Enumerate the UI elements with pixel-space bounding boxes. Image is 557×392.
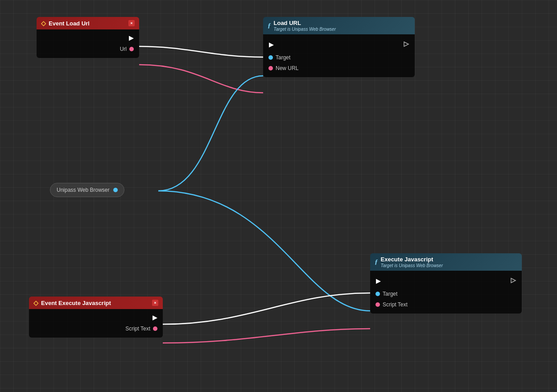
wire-unipass-target-execjs	[158, 191, 370, 311]
exec-in-pin-row	[268, 40, 274, 50]
new-url-pin-row: New URL	[263, 63, 415, 74]
unipass-output-pin	[113, 188, 118, 192]
exec-js-func-icon: ƒ	[375, 258, 378, 266]
load-url-title: Load URL	[274, 20, 336, 26]
exec-out-icon-right	[403, 41, 409, 47]
execute-javascript-subtitle: Target is Unipass Web Browser	[381, 263, 443, 268]
wire-script-text	[163, 329, 370, 343]
event-load-url-close[interactable]: ×	[128, 20, 135, 26]
load-url-body: Target New URL	[263, 34, 415, 77]
exec-in-execjs-pin-row	[375, 276, 381, 287]
load-url-node[interactable]: ƒ Load URL Target is Unipass Web Browser…	[263, 17, 415, 77]
svg-marker-1	[269, 43, 273, 47]
event-execute-javascript-node[interactable]: ◇ Event Execute Javascript × Script Text	[29, 297, 163, 338]
event-icon: ◇	[41, 20, 46, 27]
exec-out-pin-row	[37, 33, 139, 44]
execute-javascript-header: ƒ Execute Javascript Target is Unipass W…	[370, 253, 522, 271]
event-load-url-title: Event Load Url	[49, 20, 90, 27]
wire-exec-execute-javascript	[163, 293, 370, 324]
execute-javascript-node[interactable]: ƒ Execute Javascript Target is Unipass W…	[370, 253, 522, 314]
new-url-pin-label: New URL	[276, 65, 298, 71]
target-pin-circle	[268, 55, 273, 60]
exec-out-pin-right	[403, 41, 409, 49]
wire-url-new-url	[139, 65, 263, 93]
svg-marker-2	[404, 42, 408, 46]
event-load-url-body: Url	[37, 29, 139, 58]
target-execjs-pin-circle	[375, 292, 380, 296]
execute-javascript-title: Execute Javascript	[381, 256, 443, 263]
exec-out-execjs-pin-row	[29, 313, 163, 323]
load-url-header: ƒ Load URL Target is Unipass Web Browser	[263, 17, 415, 34]
load-url-subtitle: Target is Unipass Web Browser	[274, 27, 336, 32]
script-text-in-pin-label: Script Text	[383, 301, 408, 308]
exec-out-execjs-icon	[152, 315, 157, 321]
wire-unipass-target-loadurl	[158, 76, 263, 191]
event-execute-javascript-header: ◇ Event Execute Javascript ×	[29, 297, 163, 309]
new-url-pin-circle	[268, 66, 273, 70]
script-text-pin-label: Script Text	[125, 326, 150, 332]
event-execute-javascript-close[interactable]: ×	[152, 300, 158, 306]
event-exec-js-icon: ◇	[33, 299, 38, 306]
wire-exec-load-url	[139, 46, 263, 57]
target-execjs-pin-row: Target	[370, 289, 522, 299]
execute-javascript-title-block: Execute Javascript Target is Unipass Web…	[381, 256, 443, 268]
script-text-in-pin-row: Script Text	[370, 299, 522, 310]
svg-marker-0	[129, 37, 133, 40]
unipass-web-browser-label: Unipass Web Browser	[57, 187, 110, 193]
exec-out-execjs-icon-right	[510, 277, 516, 284]
svg-marker-4	[376, 280, 380, 283]
exec-out-icon	[128, 36, 134, 41]
exec-out-execjs-right	[510, 277, 516, 285]
target-pin-label: Target	[276, 54, 290, 61]
load-url-title-block: Load URL Target is Unipass Web Browser	[274, 20, 336, 32]
event-load-url-node[interactable]: ◇ Event Load Url × Url	[37, 17, 139, 58]
event-load-url-header: ◇ Event Load Url ×	[37, 17, 139, 29]
script-text-in-pin-circle	[375, 302, 380, 307]
svg-marker-5	[511, 278, 516, 283]
script-text-pin-circle	[153, 326, 157, 331]
target-execjs-pin-label: Target	[383, 291, 397, 297]
execute-javascript-body: Target Script Text	[370, 271, 522, 314]
target-pin-row: Target	[263, 52, 415, 63]
url-pin-row: Url	[37, 44, 139, 54]
script-text-pin-row: Script Text	[29, 323, 163, 334]
exec-in-icon	[268, 42, 274, 48]
func-icon: ƒ	[268, 22, 271, 29]
url-pin-circle	[129, 47, 134, 51]
event-execute-javascript-body: Script Text	[29, 309, 163, 338]
unipass-web-browser-node[interactable]: Unipass Web Browser	[50, 183, 124, 197]
event-execute-javascript-title: Event Execute Javascript	[41, 300, 111, 306]
svg-marker-3	[153, 316, 157, 320]
url-pin-label: Url	[120, 46, 127, 52]
exec-in-execjs-icon	[375, 279, 381, 284]
